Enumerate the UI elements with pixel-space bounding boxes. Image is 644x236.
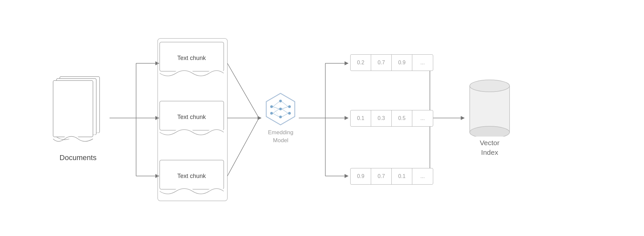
documents-icon xyxy=(50,74,106,150)
svg-point-55 xyxy=(470,126,510,137)
svg-point-37 xyxy=(270,105,273,108)
vector-cell: 0.7 xyxy=(371,55,392,71)
svg-line-46 xyxy=(273,109,279,113)
svg-point-38 xyxy=(270,112,273,115)
svg-line-9 xyxy=(227,63,259,118)
svg-marker-5 xyxy=(155,116,159,120)
vector-cell: 0.1 xyxy=(392,168,412,184)
text-chunk-top-shape: Text chunk xyxy=(159,42,224,78)
vector-index-cylinder xyxy=(468,79,511,137)
vector-cell: ... xyxy=(412,55,433,71)
svg-line-11 xyxy=(227,118,259,176)
vector-cell: 0.1 xyxy=(351,110,371,126)
svg-marker-20 xyxy=(345,174,349,178)
svg-marker-16 xyxy=(345,61,349,65)
diagram-wrapper: Documents Text chunk Text chunk xyxy=(40,12,604,224)
text-chunk-top: Text chunk xyxy=(159,42,224,80)
svg-marker-26 xyxy=(461,116,465,120)
diagram: Documents Text chunk Text chunk xyxy=(0,0,644,236)
vector-cell: 0.9 xyxy=(351,168,371,184)
vector-row-top: 0.2 0.7 0.9 ... xyxy=(350,54,433,71)
vector-cell: ... xyxy=(412,110,433,126)
vector-cell: ... xyxy=(412,168,433,184)
svg-point-54 xyxy=(470,80,510,92)
svg-line-50 xyxy=(282,109,288,113)
svg-line-48 xyxy=(282,102,288,107)
documents-label: Documents xyxy=(59,153,96,162)
svg-point-43 xyxy=(288,112,291,115)
vector-row-middle: 0.1 0.3 0.5 ... xyxy=(350,110,433,127)
svg-line-47 xyxy=(273,113,279,117)
vector-row-bottom: 0.9 0.7 0.1 ... xyxy=(350,168,433,185)
documents-section: Documents xyxy=(50,74,106,162)
vector-index-section: Vector Index xyxy=(468,79,511,157)
text-chunk-bottom-shape: Text chunk xyxy=(159,160,224,196)
svg-point-39 xyxy=(279,100,282,102)
svg-line-51 xyxy=(282,113,288,117)
text-chunk-middle: Text chunk xyxy=(159,101,224,139)
svg-line-49 xyxy=(282,107,288,109)
svg-line-44 xyxy=(273,102,279,107)
text-chunk-bottom: Text chunk xyxy=(159,160,224,198)
embedding-model-icon xyxy=(262,92,300,127)
svg-line-52 xyxy=(273,107,279,117)
vector-cell: 0.5 xyxy=(392,110,412,126)
svg-point-42 xyxy=(288,105,291,108)
vector-cell: 0.9 xyxy=(392,55,412,71)
svg-rect-53 xyxy=(470,86,510,132)
svg-marker-12 xyxy=(258,116,262,120)
connections-svg xyxy=(40,12,604,224)
svg-line-45 xyxy=(273,107,279,109)
embedding-label: Emedding Model xyxy=(268,129,293,145)
svg-text:Text chunk: Text chunk xyxy=(177,114,206,120)
vector-index-label: Vector Index xyxy=(480,138,500,157)
svg-marker-3 xyxy=(155,61,159,65)
svg-point-40 xyxy=(279,108,282,110)
svg-rect-29 xyxy=(53,81,93,137)
svg-marker-7 xyxy=(155,174,159,178)
vector-cell: 0.7 xyxy=(371,168,392,184)
text-chunk-middle-shape: Text chunk xyxy=(159,101,224,137)
svg-text:Text chunk: Text chunk xyxy=(177,55,206,61)
svg-point-41 xyxy=(279,116,282,118)
svg-marker-18 xyxy=(345,116,349,120)
vector-cell: 0.2 xyxy=(351,55,371,71)
svg-text:Text chunk: Text chunk xyxy=(177,173,206,179)
vector-cell: 0.3 xyxy=(371,110,392,126)
embedding-model-section: Emedding Model xyxy=(262,92,300,145)
